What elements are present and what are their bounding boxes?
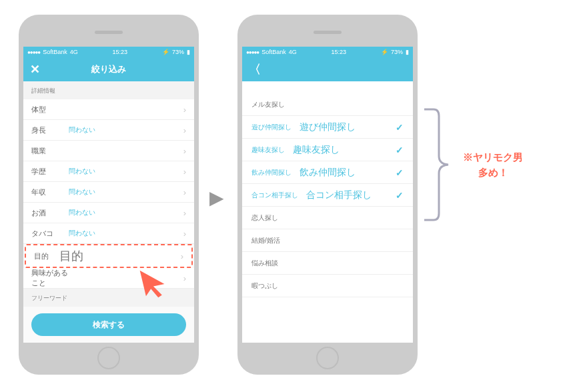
battery-icon: ▮ bbox=[187, 49, 190, 55]
option-overlay: 趣味友探し bbox=[293, 144, 340, 156]
row-label: 学歴 bbox=[31, 167, 69, 177]
bracket-icon bbox=[422, 108, 462, 221]
section-detail-label: 詳細情報 bbox=[23, 81, 194, 99]
clock: 15:23 bbox=[332, 49, 347, 55]
home-button bbox=[316, 347, 339, 369]
chevron-right-icon: › bbox=[183, 229, 186, 239]
filter-row-身長[interactable]: 身長問わない› bbox=[23, 120, 194, 141]
battery-label: 73% bbox=[391, 49, 403, 55]
row-value: 問わない bbox=[69, 125, 95, 135]
nav-title: 絞り込み bbox=[91, 63, 126, 75]
option-row-遊び仲間探し[interactable]: 遊び仲間探し遊び仲間探し✓ bbox=[242, 116, 413, 139]
option-label: 悩み相談 bbox=[251, 259, 278, 268]
option-overlay: 飲み仲間探し bbox=[300, 167, 356, 179]
filter-row-目的[interactable]: 目的目的› bbox=[25, 244, 193, 268]
filter-row-体型[interactable]: 体型› bbox=[23, 99, 194, 120]
section-freeword-label: フリーワード bbox=[23, 289, 194, 307]
annotation-line1: ※ヤリモク男 bbox=[463, 151, 523, 163]
screen-left: ●●●●● SoftBank 4G 15:23 ⚡ 73% ▮ ✕ 絞り込み 詳… bbox=[23, 47, 194, 343]
status-bar: ●●●●● SoftBank 4G 15:23 ⚡ 73% ▮ bbox=[242, 47, 413, 57]
bluetooth-icon: ⚡ bbox=[162, 49, 169, 55]
option-label: 恋人探し bbox=[251, 213, 278, 223]
option-row-趣味友探し[interactable]: 趣味友探し趣味友探し✓ bbox=[242, 139, 413, 161]
check-icon: ✓ bbox=[396, 190, 404, 201]
check-icon: ✓ bbox=[396, 122, 404, 133]
filter-row-職業[interactable]: 職業› bbox=[23, 141, 194, 161]
row-value: 問わない bbox=[69, 167, 95, 176]
option-label: 暇つぶし bbox=[251, 281, 278, 291]
transition-arrow-icon: ▶ bbox=[209, 187, 224, 209]
chevron-right-icon: › bbox=[183, 125, 186, 135]
chevron-right-icon: › bbox=[181, 251, 183, 261]
network-label: 4G bbox=[289, 49, 297, 55]
option-label: 趣味友探し bbox=[251, 145, 285, 155]
nav-bar: 〈 bbox=[242, 57, 413, 81]
row-value: 問わない bbox=[69, 208, 95, 217]
option-row-恋人探し[interactable]: 恋人探し bbox=[242, 207, 413, 229]
annotation-text: ※ヤリモク男 多め！ bbox=[463, 150, 523, 180]
phone-frame-left: ●●●●● SoftBank 4G 15:23 ⚡ 73% ▮ ✕ 絞り込み 詳… bbox=[19, 15, 199, 375]
chevron-right-icon: › bbox=[183, 167, 186, 177]
carrier-label: SoftBank bbox=[261, 49, 286, 55]
search-button[interactable]: 検索する bbox=[31, 313, 186, 336]
signal-dots-icon: ●●●●● bbox=[246, 49, 259, 55]
row-label: 年収 bbox=[31, 187, 69, 197]
chevron-right-icon: › bbox=[183, 208, 186, 218]
phone-speaker bbox=[95, 31, 123, 34]
option-label: メル友探し bbox=[251, 100, 285, 109]
screen-right: ●●●●● SoftBank 4G 15:23 ⚡ 73% ▮ 〈 メル友探し遊… bbox=[242, 47, 413, 343]
filter-row-年収[interactable]: 年収問わない› bbox=[23, 182, 194, 203]
nav-bar: ✕ 絞り込み bbox=[23, 57, 194, 81]
option-row-暇つぶし[interactable]: 暇つぶし bbox=[242, 275, 413, 297]
row-label: タバコ bbox=[31, 229, 69, 239]
close-button[interactable]: ✕ bbox=[30, 63, 40, 75]
phone-frame-right: ●●●●● SoftBank 4G 15:23 ⚡ 73% ▮ 〈 メル友探し遊… bbox=[237, 15, 418, 375]
chevron-right-icon: › bbox=[183, 146, 186, 156]
row-label: 身長 bbox=[31, 125, 69, 135]
row-label: 職業 bbox=[31, 146, 69, 156]
filter-content: 詳細情報 体型›身長問わない›職業›学歴問わない›年収問わない›お酒問わない›タ… bbox=[23, 81, 194, 343]
row-value: 問わない bbox=[69, 187, 95, 197]
chevron-right-icon: › bbox=[183, 105, 186, 115]
filter-row-タバコ[interactable]: タバコ問わない› bbox=[23, 223, 194, 244]
option-label: 結婚/婚活 bbox=[251, 236, 280, 245]
option-row-メル友探し[interactable]: メル友探し bbox=[242, 93, 413, 116]
option-label: 合コン相手探し bbox=[251, 191, 298, 200]
battery-label: 73% bbox=[172, 49, 184, 55]
option-label: 遊び仲間探し bbox=[251, 123, 292, 132]
option-overlay: 遊び仲間探し bbox=[300, 121, 356, 133]
row-label: 体型 bbox=[31, 105, 69, 115]
signal-dots-icon: ●●●●● bbox=[27, 49, 40, 55]
filter-row-学歴[interactable]: 学歴問わない› bbox=[23, 161, 194, 182]
clock: 15:23 bbox=[113, 49, 128, 55]
home-button bbox=[97, 347, 120, 369]
row-label: 興味があること bbox=[31, 268, 69, 288]
option-row-結婚/婚活[interactable]: 結婚/婚活 bbox=[242, 229, 413, 252]
annotation-line2: 多め！ bbox=[478, 167, 508, 178]
option-row-悩み相談[interactable]: 悩み相談 bbox=[242, 252, 413, 275]
check-icon: ✓ bbox=[396, 167, 404, 178]
status-bar: ●●●●● SoftBank 4G 15:23 ⚡ 73% ▮ bbox=[23, 47, 194, 57]
back-button[interactable]: 〈 bbox=[249, 63, 261, 75]
carrier-label: SoftBank bbox=[43, 49, 67, 55]
bluetooth-icon: ⚡ bbox=[381, 49, 388, 55]
row-value: 問わない bbox=[69, 229, 95, 238]
chevron-right-icon: › bbox=[183, 187, 186, 197]
filter-row-興味があること[interactable]: 興味があること› bbox=[23, 268, 194, 289]
option-row-飲み仲間探し[interactable]: 飲み仲間探し飲み仲間探し✓ bbox=[242, 161, 413, 184]
filter-row-お酒[interactable]: お酒問わない› bbox=[23, 203, 194, 223]
row-label: お酒 bbox=[31, 208, 69, 218]
network-label: 4G bbox=[70, 49, 78, 55]
check-icon: ✓ bbox=[396, 145, 404, 155]
option-label: 飲み仲間探し bbox=[251, 168, 292, 177]
option-overlay: 合コン相手探し bbox=[306, 189, 372, 201]
battery-icon: ▮ bbox=[406, 49, 409, 55]
phone-speaker bbox=[314, 31, 342, 34]
row-highlight-overlay: 目的 bbox=[59, 248, 83, 264]
chevron-right-icon: › bbox=[183, 273, 186, 283]
option-row-合コン相手探し[interactable]: 合コン相手探し合コン相手探し✓ bbox=[242, 184, 413, 207]
options-content: メル友探し遊び仲間探し遊び仲間探し✓趣味友探し趣味友探し✓飲み仲間探し飲み仲間探… bbox=[242, 81, 413, 343]
